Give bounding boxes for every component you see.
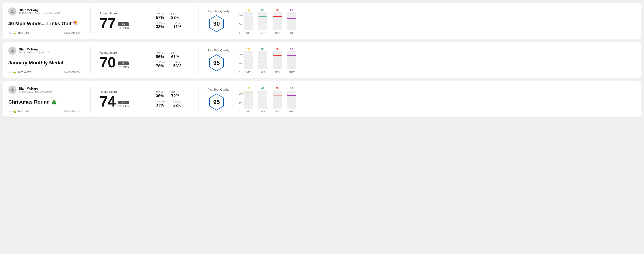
bar-chart-wrapper: 100500107OTT95APP98ARG82PUTT: [239, 7, 632, 34]
hex-score: 95: [214, 59, 220, 66]
tee-icon: ⛳: [13, 110, 16, 113]
bar-value-label: 95: [262, 8, 264, 11]
bar-chart: 107OTT95APP98ARG82PUTT: [244, 7, 296, 34]
round-card-2: Blair McHarg29 Jan 2022 · Mill Ride GCCJ…: [3, 42, 641, 78]
score-label: Round Score: [100, 90, 138, 94]
score-badge-group: -218 Holes: [118, 61, 128, 69]
bar-arg: 96ARG: [273, 51, 282, 74]
updown-label: Up/Down: [156, 61, 166, 64]
card-left: Blair McHarg12 Feb 2022 · Royal North De…: [8, 7, 85, 34]
divider-1: [90, 47, 91, 74]
bar-value-label: 107: [246, 8, 250, 11]
divider-1: [90, 7, 91, 34]
bar-putt: 99PUTT: [287, 51, 296, 74]
bar-axis-label: APP: [260, 32, 265, 34]
bar-axis-label: APP: [260, 110, 265, 113]
bar-chart: 101OTT86APP96ARG99PUTT: [244, 47, 296, 74]
hex-score: 90: [214, 20, 220, 27]
card-bottom: ☁️⛳Tee: BlueData: Arccos: [8, 110, 80, 113]
score-badge: +2: [118, 101, 128, 104]
user-info: Blair McHarg29 Jan 2022 · Mill Ride GCC: [8, 47, 80, 55]
chart-section: 100500101OTT86APP96ARG99PUTT: [236, 47, 636, 74]
tee-label: Tee: Black: [18, 31, 30, 34]
score-label: Round Score: [100, 51, 138, 54]
round-title: 40 Mph Winds... Links Golf 🪁: [8, 21, 80, 26]
hexagon-container: 90: [208, 15, 226, 33]
bar-chart: 110OTT87APP95ARG93PUTT: [244, 86, 296, 113]
bar-value-label: 99: [290, 48, 293, 50]
data-source: Data: Arccos: [64, 31, 80, 34]
score-section: Round Score74+218 Holes: [96, 86, 141, 113]
divider-1: [90, 86, 91, 113]
avatar: [8, 7, 16, 15]
score-holes: 18 Holes: [118, 66, 128, 69]
updown: Up/Down78%: [156, 61, 166, 68]
updown-value: 33%: [156, 103, 166, 108]
bar-value-label: 87: [262, 87, 264, 90]
updown: Up/Down33%: [156, 100, 166, 108]
score-number: 74: [100, 94, 116, 109]
updown-value: 33%: [156, 24, 166, 29]
bar-value-label: 98: [276, 8, 278, 11]
bar-app: 86APP: [258, 51, 267, 74]
stats-row-2: Up/Down33%1 Putt11%: [156, 22, 189, 29]
stats-section: FW Hit36%GIR72%Up/Down33%1 Putt22%: [152, 86, 193, 113]
score-badge: +5: [118, 22, 128, 26]
data-source: Data: Arccos: [64, 110, 80, 113]
gir-label: GIR: [171, 52, 179, 54]
gir-value: 61%: [171, 54, 179, 59]
fw-hit-value: 57%: [156, 15, 164, 20]
bar-axis-label: PUTT: [289, 32, 294, 34]
oneputt-value: 11%: [173, 24, 181, 29]
tee-icon: ⛳: [13, 31, 16, 34]
stats-row-2: Up/Down78%1 Putt56%: [156, 61, 189, 68]
gir: GIR61%: [171, 52, 179, 59]
quality-section: Avg Shot Quality90: [204, 7, 236, 34]
bar-axis-label: ARG: [275, 32, 280, 34]
bar-app: 87APP: [258, 91, 267, 113]
bar-axis-label: ARG: [275, 71, 280, 74]
bar-value-label: 86: [262, 48, 264, 50]
bar-axis-label: OTT: [246, 32, 250, 34]
bar-putt: 82PUTT: [287, 12, 296, 34]
bar-ott: 107OTT: [244, 12, 253, 34]
bar-value-label: 110: [246, 87, 250, 90]
score-number: 77: [100, 16, 116, 30]
fw-hit: FW Hit86%: [156, 52, 164, 59]
bar-value-label: 96: [276, 48, 278, 50]
hexagon: 95: [208, 54, 226, 72]
fw-hit-label: FW Hit: [156, 13, 164, 15]
card-bottom: ☁️⛳Tee: YellowData: Arccos: [8, 70, 80, 74]
tee-info: ☁️⛳Tee: Blue: [8, 110, 29, 113]
bar-chart-wrapper: 100500110OTT87APP95ARG93PUTT: [239, 86, 632, 113]
divider-3: [198, 7, 198, 34]
bar-value-label: 93: [290, 87, 293, 90]
score-badge-group: +218 Holes: [118, 101, 128, 108]
hexagon: 90: [208, 15, 226, 33]
user-name: Blair McHarg: [19, 87, 52, 90]
user-name: Blair McHarg: [19, 8, 60, 12]
quality-label: Avg Shot Quality: [208, 88, 230, 91]
oneputt: 1 Putt56%: [173, 61, 181, 68]
stats-section: FW Hit86%GIR61%Up/Down78%1 Putt56%: [152, 47, 193, 74]
tee-label: Tee: Blue: [18, 110, 29, 113]
score-section: Round Score77+518 Holes: [96, 7, 141, 34]
weather-icon: ☁️: [8, 31, 12, 34]
avatar: [8, 47, 16, 55]
bar-value-label: 95: [276, 87, 278, 90]
divider-2: [146, 47, 147, 74]
bar-putt: 93PUTT: [287, 91, 296, 113]
fw-hit-value: 86%: [156, 54, 164, 59]
oneputt-value: 22%: [173, 103, 181, 108]
score-holes: 18 Holes: [118, 105, 128, 108]
bar-axis-label: PUTT: [289, 71, 294, 74]
score-badge: -2: [118, 61, 128, 65]
stats-row-2: Up/Down33%1 Putt22%: [156, 100, 189, 108]
gir-value: 72%: [171, 94, 179, 98]
hexagon-container: 95: [208, 54, 226, 72]
user-text: Blair McHarg12 Feb 2022 · Royal North De…: [19, 8, 60, 15]
bar-axis-label: PUTT: [289, 110, 294, 113]
svg-point-0: [12, 10, 13, 11]
bar-app: 95APP: [258, 12, 267, 34]
oneputt-label: 1 Putt: [173, 61, 181, 64]
